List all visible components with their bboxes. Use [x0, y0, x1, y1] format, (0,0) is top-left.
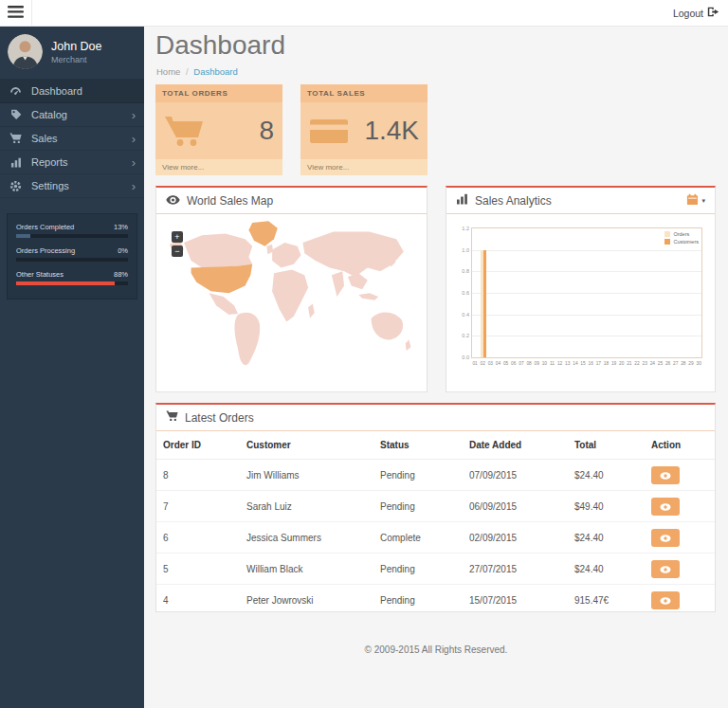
- y-tick-label: 0.2: [451, 333, 469, 338]
- sidebar-item-label: Sales: [31, 133, 58, 144]
- progress-bar: [16, 258, 128, 262]
- y-tick-label: 0.8: [451, 268, 469, 274]
- y-tick-label: 0.6: [451, 290, 469, 296]
- order-stats-box: Orders Completed 13% Orders Processing 0…: [7, 213, 137, 300]
- sidebar-item-label: Settings: [31, 180, 69, 191]
- hamburger-icon: [8, 5, 24, 22]
- user-avatar: [8, 34, 43, 69]
- orders-table: Order ID Customer Status Date Added Tota…: [156, 431, 715, 612]
- tile-header: TOTAL ORDERS: [155, 84, 282, 102]
- cell-total: 915.47€: [569, 585, 646, 613]
- zoom-out-button[interactable]: −: [172, 245, 183, 257]
- zoom-in-button[interactable]: +: [172, 231, 183, 243]
- x-tick-label: 15: [579, 361, 587, 369]
- x-tick-label: 05: [502, 361, 510, 369]
- eye-icon: [660, 593, 671, 608]
- stat-orders-completed: Orders Completed 13%: [16, 223, 128, 238]
- view-more-link[interactable]: View more...: [155, 159, 282, 175]
- view-order-button[interactable]: [651, 466, 680, 484]
- legend-swatch: [664, 239, 670, 245]
- map-zoom-controls: + −: [172, 231, 183, 260]
- gridline: [472, 315, 701, 316]
- sidebar-toggle-button[interactable]: [0, 0, 32, 27]
- view-order-button[interactable]: [651, 560, 680, 578]
- page-title: Dashboard: [155, 30, 285, 61]
- cell-customer: Peter Jowrovski: [241, 585, 374, 613]
- y-tick-label: 0.0: [451, 354, 469, 360]
- user-name: John Doe: [51, 40, 102, 53]
- panel-title: Sales Analytics: [475, 194, 552, 208]
- date-range-dropdown[interactable]: ▾: [686, 193, 705, 209]
- total-orders-value: 8: [259, 116, 274, 146]
- table-row: 5 William Black Pending 27/07/2015 $24.4…: [156, 554, 715, 585]
- gridline: [472, 271, 701, 272]
- cart-icon: [164, 115, 204, 147]
- sidebar-item-settings[interactable]: Settings ›: [0, 174, 144, 198]
- x-tick-label: 11: [548, 361, 555, 369]
- tag-icon: [9, 109, 23, 120]
- col-total: Total: [569, 431, 646, 460]
- table-row: 6 Jessica Summers Complete 02/09/2015 $2…: [156, 522, 715, 554]
- sign-out-icon: [707, 7, 719, 19]
- view-more-link[interactable]: View more...: [300, 159, 428, 175]
- panel-title: World Sales Map: [187, 194, 273, 208]
- view-order-button[interactable]: [651, 529, 680, 547]
- gridline: [472, 336, 701, 336]
- latest-orders-panel: Latest Orders Order ID Customer Status D…: [155, 403, 716, 612]
- chevron-right-icon: ›: [132, 180, 136, 192]
- dashboard-icon: [9, 86, 23, 96]
- sidebar-item-catalog[interactable]: Catalog ›: [0, 103, 144, 127]
- stat-value: 88%: [114, 270, 128, 279]
- gridline: [472, 293, 701, 294]
- sidebar-item-reports[interactable]: Reports ›: [0, 151, 144, 174]
- x-tick-label: 12: [556, 361, 564, 369]
- x-tick-label: 01: [471, 361, 479, 369]
- cell-customer: Jessica Summers: [241, 522, 374, 554]
- orders-tbody: 8 Jim Williams Pending 07/09/2015 $24.40: [156, 460, 715, 613]
- cell-date-added: 06/09/2015: [464, 491, 569, 522]
- sales-analytics-panel: Sales Analytics ▾ OrdersCustomers 0.00.2…: [446, 186, 716, 392]
- cell-order-id: 7: [156, 491, 241, 522]
- cell-order-id: 4: [156, 585, 241, 613]
- table-row: 7 Sarah Luiz Pending 06/09/2015 $49.40: [156, 491, 715, 522]
- x-tick-label: 25: [656, 361, 664, 369]
- col-action: Action: [646, 431, 715, 460]
- total-orders-tile: TOTAL ORDERS 8 View more...: [155, 84, 282, 175]
- chart-x-labels: 0102030405060708091011121314151617181920…: [471, 361, 702, 369]
- logout-button[interactable]: Logout: [664, 7, 728, 19]
- progress-bar: [16, 234, 128, 238]
- cell-total: $24.40: [569, 522, 646, 554]
- x-tick-label: 23: [641, 361, 648, 369]
- gear-icon: [9, 180, 23, 192]
- stat-label: Other Statuses: [16, 270, 64, 279]
- cell-status: Pending: [374, 585, 464, 613]
- x-tick-label: 13: [564, 361, 572, 369]
- cell-customer: Sarah Luiz: [241, 491, 374, 522]
- breadcrumb-home-link[interactable]: Home: [156, 66, 180, 77]
- stat-bar-fill-2: [16, 281, 115, 285]
- x-tick-label: 07: [518, 361, 525, 369]
- eye-icon: [166, 194, 180, 208]
- cell-status: Pending: [374, 460, 464, 491]
- x-tick-label: 06: [510, 361, 518, 369]
- sidebar-item-sales[interactable]: Sales ›: [0, 127, 144, 151]
- x-tick-label: 09: [533, 361, 540, 369]
- view-order-button[interactable]: [651, 591, 680, 609]
- user-role: Merchant: [51, 55, 102, 64]
- y-tick-label: 1.0: [451, 247, 469, 253]
- cell-customer: Jim Williams: [241, 460, 374, 491]
- x-tick-label: 27: [672, 361, 680, 369]
- eye-icon: [660, 562, 671, 576]
- sidebar-item-dashboard[interactable]: Dashboard: [0, 80, 144, 103]
- x-tick-label: 28: [680, 361, 687, 369]
- chevron-right-icon: ›: [132, 109, 136, 121]
- breadcrumb-current-link[interactable]: Dashboard: [193, 66, 237, 77]
- stat-other-statuses: Other Statuses 88%: [16, 270, 128, 285]
- world-map: [166, 219, 418, 372]
- cell-date-added: 07/09/2015: [464, 460, 569, 491]
- col-date-added: Date Added: [464, 431, 569, 460]
- topbar: Logout: [0, 0, 728, 27]
- progress-bar: [16, 281, 128, 285]
- view-order-button[interactable]: [651, 498, 680, 516]
- user-info: John Doe Merchant: [51, 40, 102, 64]
